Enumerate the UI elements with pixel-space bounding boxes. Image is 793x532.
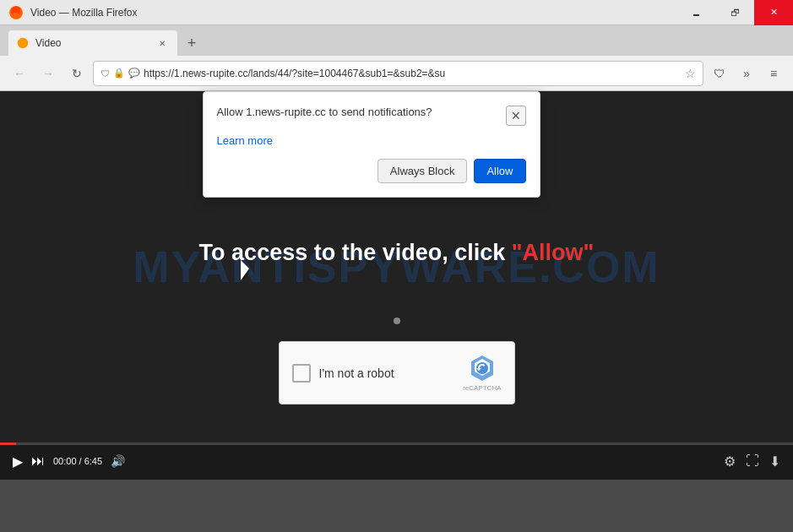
back-button[interactable]: ←: [7, 61, 32, 86]
tab-label: Video: [35, 37, 61, 49]
settings-button[interactable]: ⚙: [724, 453, 736, 470]
always-block-button[interactable]: Always Block: [377, 159, 468, 183]
cta-text-before: To access to the video, click: [199, 240, 512, 265]
video-controls: ▶ ⏭ 00:00 / 6:45 🔊 ⚙ ⛶ ⬇: [0, 442, 793, 480]
titlebar-title: Video — Mozilla Firefox: [30, 7, 138, 19]
refresh-button[interactable]: ↻: [64, 61, 90, 86]
navbar-right: 🛡 » ≡: [707, 61, 786, 86]
svg-point-1: [18, 38, 28, 48]
recaptcha-logo: reCAPTCHA: [463, 354, 501, 392]
menu-button[interactable]: ≡: [761, 61, 786, 86]
popup-buttons: Always Block Allow: [217, 159, 526, 183]
extensions-button[interactable]: »: [734, 61, 759, 86]
download-button[interactable]: ⬇: [769, 453, 780, 470]
tabbar: Video ✕ +: [0, 25, 793, 56]
titlebar-controls: 🗕 🗗 ✕: [676, 0, 793, 25]
allow-button[interactable]: Allow: [474, 159, 525, 183]
popup-title: Allow 1.news-rupite.cc to send notificat…: [217, 106, 506, 118]
controls-right: ⚙ ⛶ ⬇: [724, 453, 780, 470]
fullscreen-button[interactable]: ⛶: [746, 453, 759, 469]
navbar: ← → ↻ 🛡 🔒 💬 https://1.news-rupite.cc/lan…: [0, 56, 793, 91]
next-button[interactable]: ⏭: [31, 453, 45, 469]
bookmark-star-icon[interactable]: ☆: [685, 67, 696, 80]
notification-permission-popup: Allow 1.news-rupite.cc to send notificat…: [203, 91, 540, 198]
time-display: 00:00 / 6:45: [53, 456, 102, 466]
lock-icon: 🔒: [113, 68, 125, 79]
tab-favicon: [17, 37, 29, 49]
captcha-label: I'm not a robot: [319, 366, 455, 380]
firefox-logo: [8, 5, 24, 20]
captcha-checkbox[interactable]: [292, 364, 311, 383]
popup-header: Allow 1.news-rupite.cc to send notificat…: [217, 106, 526, 126]
minimize-button[interactable]: 🗕: [676, 0, 715, 25]
recaptcha-label: reCAPTCHA: [463, 384, 501, 392]
forward-button[interactable]: →: [35, 61, 61, 86]
shield-icon: 🛡: [100, 68, 110, 79]
cta-text-allow: "Allow": [512, 240, 595, 265]
captcha-widget: I'm not a robot reCAPTCHA: [279, 341, 515, 404]
volume-button[interactable]: 🔊: [111, 454, 125, 468]
tab-close-button[interactable]: ✕: [155, 36, 169, 50]
recaptcha-icon: [468, 354, 497, 383]
notification-permission-icon: 💬: [128, 68, 140, 79]
titlebar: Video — Mozilla Firefox 🗕 🗗 ✕: [0, 0, 793, 25]
active-tab[interactable]: Video ✕: [8, 30, 177, 56]
slide-dot-indicator: [394, 318, 400, 324]
progress-bar[interactable]: [0, 442, 793, 445]
progress-fill: [0, 442, 16, 445]
restore-button[interactable]: 🗗: [715, 0, 754, 25]
content-area: MYANTISPYWARE.COM To access to the video…: [0, 91, 793, 532]
shield-toolbar-button[interactable]: 🛡: [707, 61, 732, 86]
call-to-action-text: To access to the video, click "Allow": [199, 240, 595, 266]
url-text: https://1.news-rupite.cc/lands/44/?site=…: [144, 68, 682, 79]
learn-more-link[interactable]: Learn more: [217, 134, 526, 147]
address-bar[interactable]: 🛡 🔒 💬 https://1.news-rupite.cc/lands/44/…: [93, 61, 703, 86]
titlebar-left: Video — Mozilla Firefox: [8, 5, 138, 20]
close-button[interactable]: ✕: [754, 0, 793, 25]
popup-close-button[interactable]: ✕: [506, 106, 526, 126]
new-tab-button[interactable]: +: [179, 30, 204, 56]
play-button[interactable]: ▶: [13, 453, 23, 470]
